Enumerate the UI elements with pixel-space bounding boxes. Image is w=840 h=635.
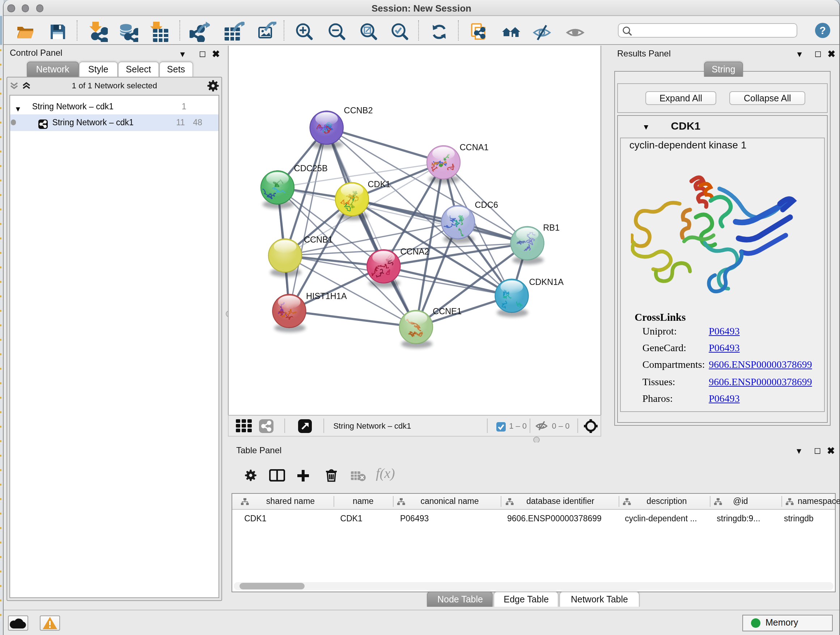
svg-text:RB1: RB1 xyxy=(543,223,560,232)
svg-text:CDC25B: CDC25B xyxy=(294,163,328,173)
svg-text:CCNA2: CCNA2 xyxy=(401,247,429,256)
svg-text:CCNA1: CCNA1 xyxy=(460,142,489,152)
svg-text:CDK1: CDK1 xyxy=(368,179,391,188)
svg-text:HIST1H1A: HIST1H1A xyxy=(306,291,347,301)
svg-text:?: ? xyxy=(819,24,826,36)
svg-text:CDC6: CDC6 xyxy=(475,200,498,209)
svg-text:CCNB2: CCNB2 xyxy=(344,105,373,115)
svg-text:CDKN1A: CDKN1A xyxy=(529,277,564,287)
svg-text:CCNB1: CCNB1 xyxy=(304,234,333,244)
svg-text:CCNE1: CCNE1 xyxy=(433,306,462,316)
